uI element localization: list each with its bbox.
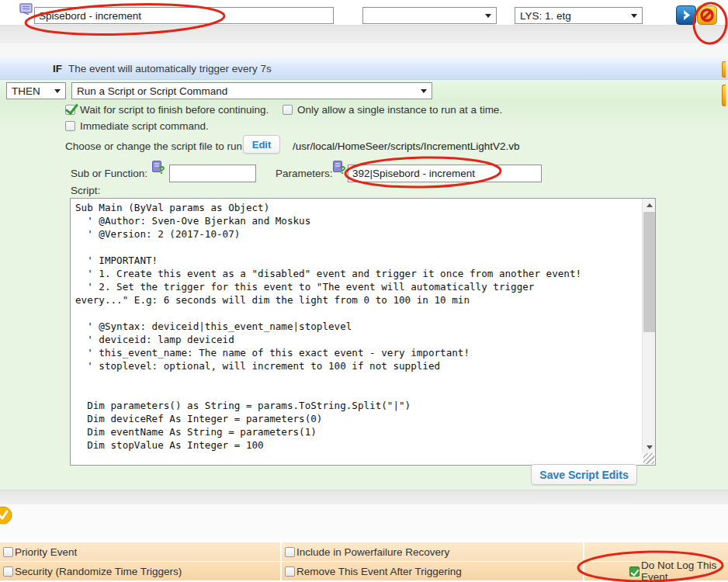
script-path-text: /usr/local/HomeSeer/scripts/IncrementLig… <box>293 140 520 152</box>
remove-event-checkbox[interactable] <box>285 566 295 577</box>
action-type-select[interactable]: Run a Script or Script Command <box>71 82 432 99</box>
edit-script-button[interactable]: Edit <box>243 135 280 154</box>
resize-grip[interactable] <box>643 453 654 464</box>
choose-script-label: Choose or change the script file to run: <box>65 140 245 152</box>
if-trigger-bar: IF The event will automatically trigger … <box>0 57 728 80</box>
view-select[interactable]: LYS: 1. etg <box>515 7 643 24</box>
powerfailure-label: Include in Powerfailure Recovery <box>296 546 449 558</box>
section-divider-band <box>0 490 728 504</box>
priority-event-checkbox[interactable] <box>3 547 13 557</box>
if-label: IF <box>53 63 62 74</box>
script-scrollbar[interactable] <box>642 199 655 453</box>
do-not-log-option[interactable]: Do Not Log This Event <box>584 562 726 580</box>
sub-function-help-icon[interactable]: ? <box>152 161 165 175</box>
chevron-down-icon <box>631 14 637 18</box>
event-name-input[interactable] <box>34 7 334 24</box>
homeseer-event-editor: LYS: 1. etg IF The event will automatica… <box>0 0 728 582</box>
scrollbar-thumb[interactable] <box>643 212 655 332</box>
remove-event-label: Remove This Event After Triggering <box>296 566 462 577</box>
then-help-icon-cropped[interactable] <box>722 85 726 106</box>
wait-for-script-option[interactable]: Wait for script to finish before continu… <box>65 104 269 116</box>
then-select-value: THEN <box>12 85 40 97</box>
scroll-up-icon[interactable] <box>643 199 656 211</box>
script-code[interactable]: Sub Main (ByVal params as Object) ' @Aut… <box>71 199 642 465</box>
then-select[interactable]: THEN <box>6 82 66 99</box>
sub-function-label: Sub or Function: <box>71 168 147 179</box>
action-type-select-value: Run a Script or Script Command <box>77 85 227 97</box>
chevron-down-icon <box>485 14 491 18</box>
immediate-script-option[interactable]: Immediate script command. <box>65 120 209 132</box>
run-event-icon[interactable] <box>676 5 696 25</box>
event-options-header: Set the Desired Event Options Here: <box>0 504 728 539</box>
save-script-edits-button[interactable]: Save Script Edits <box>531 464 637 485</box>
powerfailure-option[interactable]: Include in Powerfailure Recovery <box>282 542 584 561</box>
script-label: Script: <box>71 185 100 196</box>
security-label: Security (Randomize Time Triggers) <box>15 566 182 577</box>
remove-event-option[interactable]: Remove This Event After Triggering <box>282 562 584 580</box>
view-select-value: LYS: 1. etg <box>520 10 571 22</box>
options-row-2: Security (Randomize Time Triggers) Remov… <box>0 562 728 580</box>
event-options-table: Priority Event Include in Powerfailure R… <box>0 542 728 581</box>
immediate-script-checkbox[interactable] <box>65 121 75 131</box>
parameters-input[interactable] <box>348 165 542 182</box>
spacer-band <box>0 43 728 57</box>
svg-text:?: ? <box>339 164 345 175</box>
event-list-icon <box>19 2 33 16</box>
parameters-label: Parameters: <box>276 168 333 179</box>
security-option[interactable]: Security (Randomize Time Triggers) <box>0 562 282 580</box>
powerfailure-checkbox[interactable] <box>285 547 295 557</box>
scroll-down-icon[interactable] <box>643 441 656 453</box>
sub-function-input[interactable] <box>169 165 256 182</box>
options-empty-cell <box>584 542 726 561</box>
options-section-check-icon <box>0 506 12 525</box>
event-group-select[interactable] <box>362 7 497 24</box>
immediate-script-label: Immediate script command. <box>80 120 209 132</box>
priority-event-option[interactable]: Priority Event <box>0 542 282 561</box>
do-not-log-label: Do Not Log This Event <box>641 559 726 582</box>
single-instance-checkbox[interactable] <box>283 105 293 115</box>
options-row-1: Priority Event Include in Powerfailure R… <box>0 542 728 561</box>
event-disabled-icon[interactable] <box>697 5 717 25</box>
script-editor[interactable]: Sub Main (ByVal params as Object) ' @Aut… <box>70 198 656 466</box>
svg-text:?: ? <box>158 164 165 175</box>
if-help-icon-cropped[interactable] <box>722 61 726 78</box>
priority-event-label: Priority Event <box>15 546 77 558</box>
do-not-log-checkbox[interactable] <box>629 566 640 577</box>
chevron-down-icon <box>54 89 61 93</box>
wait-for-script-label: Wait for script to finish before continu… <box>80 104 269 116</box>
if-trigger-text: The event will automatically trigger eve… <box>68 63 272 74</box>
single-instance-label: Only allow a single instance to run at a… <box>297 104 502 116</box>
security-checkbox[interactable] <box>3 566 13 577</box>
chevron-down-icon <box>421 89 427 93</box>
parameters-help-icon[interactable]: ? <box>333 161 345 175</box>
wait-for-script-checkbox[interactable] <box>65 105 75 115</box>
toolbar-divider-band <box>0 25 728 43</box>
single-instance-option[interactable]: Only allow a single instance to run at a… <box>283 104 502 116</box>
